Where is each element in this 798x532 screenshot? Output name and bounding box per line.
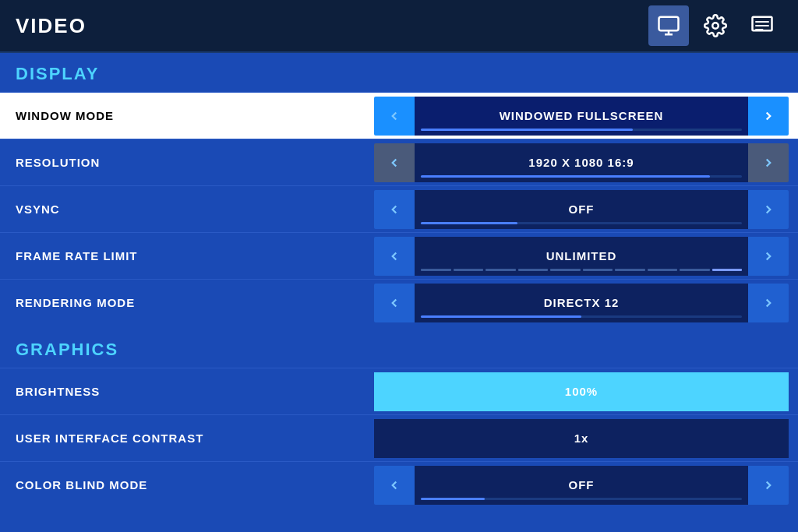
frame-rate-indicator [421,269,742,271]
rendering-mode-value-box: DIRECTX 12 [415,284,748,322]
resolution-value: 1920 X 1080 16:9 [528,156,634,169]
resolution-indicator [421,175,742,178]
color-blind-prev-button[interactable] [374,466,415,505]
vsync-control: OFF [374,190,798,229]
brightness-label: BRIGHTNESS [0,385,374,398]
chevron-right-icon [761,478,775,492]
svg-point-3 [712,23,719,29]
ui-contrast-label: USER INTERFACE CONTRAST [0,432,374,445]
graphics-section-header: GRAPHICS [0,326,798,368]
vsync-label: VSYNC [0,203,374,216]
rendering-mode-label: RENDERING MODE [0,296,374,309]
chevron-right-icon [761,109,775,123]
frame-rate-value: UNLIMITED [546,249,617,262]
chevron-right-icon [761,156,775,170]
window-mode-indicator [421,129,742,131]
chevron-left-icon [387,203,401,217]
display-section: DISPLAY WINDOW MODE WINDOWED FULLSCREEN [0,53,798,326]
window-mode-control: WINDOWED FULLSCREEN [374,97,798,136]
resolution-control: 1920 X 1080 16:9 [374,143,798,182]
chevron-left-icon [387,156,401,170]
top-bar: VIDEO [0,0,798,53]
graphics-section: GRAPHICS BRIGHTNESS 100% USER INTERFACE … [0,326,798,508]
chevron-right-icon [761,249,775,263]
color-blind-value-box: OFF [415,466,748,505]
gear-icon [704,14,727,37]
color-blind-indicator [421,498,742,500]
rendering-mode-row: RENDERING MODE DIRECTX 12 [0,279,798,326]
chevron-right-icon [761,296,775,310]
vsync-value: OFF [569,203,595,216]
chevron-left-icon [387,109,401,123]
window-mode-indicator-fill [421,129,633,131]
rendering-mode-next-button[interactable] [748,284,789,322]
window-mode-label: WINDOW MODE [0,109,374,122]
chevron-left-icon [387,478,401,492]
svg-rect-0 [659,17,679,31]
rendering-mode-prev-button[interactable] [374,284,415,322]
chevron-right-icon [761,203,775,217]
resolution-next-button[interactable] [748,143,789,182]
page-title: VIDEO [16,14,87,38]
frame-rate-limit-control: UNLIMITED [374,237,798,276]
ui-contrast-row: USER INTERFACE CONTRAST 1x [0,414,798,461]
frame-rate-next-button[interactable] [748,237,789,276]
frame-rate-prev-button[interactable] [374,237,415,276]
color-blind-next-button[interactable] [748,466,789,505]
ui-contrast-control-wrap: 1x [374,419,798,458]
rendering-mode-value: DIRECTX 12 [544,296,620,309]
brightness-slider[interactable]: 100% [374,372,789,411]
color-blind-mode-label: COLOR BLIND MODE [0,478,374,491]
resolution-prev-button[interactable] [374,143,415,182]
frame-rate-limit-label: FRAME RATE LIMIT [0,249,374,262]
vsync-value-box: OFF [415,190,748,229]
svg-rect-4 [753,17,772,31]
app-container: VIDEO [0,0,798,532]
monitor-icon [657,14,680,37]
vsync-row: VSYNC OFF [0,185,798,232]
resolution-label: RESOLUTION [0,156,374,169]
frame-rate-value-box: UNLIMITED [415,237,748,276]
frame-rate-limit-row: FRAME RATE LIMIT UNLIMITED [0,232,798,279]
settings-tab[interactable] [695,5,736,46]
ui-contrast-value: 1x [574,432,589,445]
color-blind-mode-row: COLOR BLIND MODE OFF [0,461,798,508]
rendering-mode-indicator-fill [421,315,581,318]
chevron-left-icon [387,249,401,263]
color-blind-mode-control: OFF [374,466,798,505]
chevron-left-icon [387,296,401,310]
resolution-value-box: 1920 X 1080 16:9 [415,143,748,182]
window-mode-prev-button[interactable] [374,97,415,136]
top-bar-icons [648,5,782,46]
content-area: DISPLAY WINDOW MODE WINDOWED FULLSCREEN [0,53,798,532]
color-blind-indicator-fill [421,498,485,500]
display-section-header: DISPLAY [0,53,798,92]
vsync-indicator-fill [421,222,517,224]
brightness-control-wrap: 100% [374,372,798,411]
vsync-indicator [421,222,742,224]
resolution-row: RESOLUTION 1920 X 1080 16:9 [0,139,798,185]
brightness-value: 100% [565,385,598,398]
window-mode-value: WINDOWED FULLSCREEN [500,109,664,122]
window-mode-row: WINDOW MODE WINDOWED FULLSCREEN [0,92,798,139]
graphics-section-title: GRAPHICS [16,340,118,359]
list-icon [750,14,774,37]
ui-contrast-value-display: 1x [374,419,789,458]
window-mode-next-button[interactable] [748,97,789,136]
window-mode-value-box: WINDOWED FULLSCREEN [415,97,748,136]
display-section-title: DISPLAY [16,64,99,83]
list-tab[interactable] [742,5,782,46]
vsync-prev-button[interactable] [374,190,415,229]
color-blind-value: OFF [569,478,595,491]
vsync-next-button[interactable] [748,190,789,229]
rendering-mode-control: DIRECTX 12 [374,284,798,322]
rendering-mode-indicator [421,315,742,318]
brightness-row: BRIGHTNESS 100% [0,368,798,414]
monitor-tab[interactable] [648,5,689,46]
resolution-indicator-fill [421,175,710,178]
